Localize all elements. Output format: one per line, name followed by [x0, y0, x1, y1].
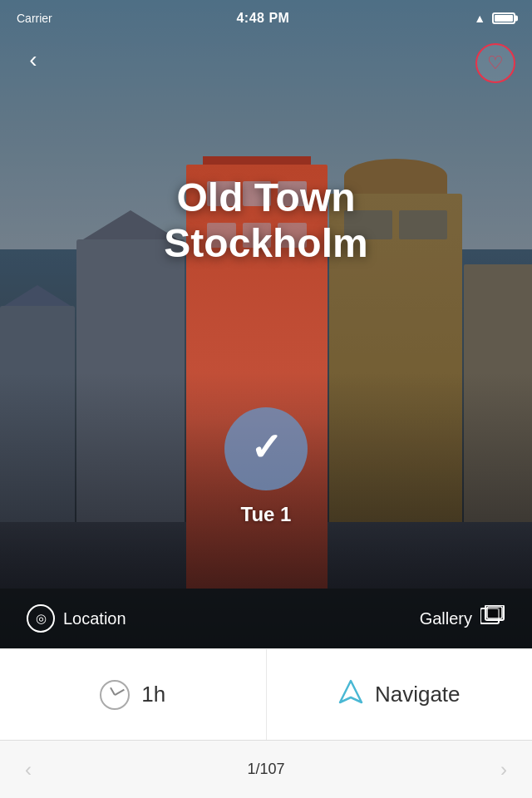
bottom-navigation: ‹ 1/107 › — [0, 740, 532, 798]
clock-icon — [100, 680, 130, 710]
battery-icon — [492, 12, 515, 24]
next-arrow-icon: › — [500, 758, 507, 781]
next-button[interactable]: › — [492, 750, 515, 790]
location-button[interactable]: ◎ Location — [27, 604, 126, 633]
action-bar: 1h Navigate — [0, 648, 532, 740]
duration-label: 1h — [141, 682, 165, 707]
prev-button[interactable]: ‹ — [17, 750, 40, 790]
navigate-arrow-icon — [338, 679, 363, 710]
check-circle-button[interactable]: ✓ — [224, 407, 308, 490]
status-bar: Carrier 4:48 PM ▲ — [0, 0, 532, 37]
gallery-icon — [480, 605, 505, 632]
duration-button[interactable]: 1h — [0, 649, 267, 740]
time-label: 4:48 PM — [236, 11, 289, 26]
navigate-button[interactable]: Navigate — [267, 649, 533, 740]
pagination-label: 1/107 — [247, 761, 284, 778]
favorite-button[interactable]: ♡ — [475, 43, 515, 83]
clock-minute-hand — [115, 688, 125, 695]
day-label: Tue 1 — [0, 503, 532, 526]
heart-icon: ♡ — [487, 54, 504, 72]
prev-arrow-icon: ‹ — [25, 758, 32, 781]
hero-bottom-bar: ◎ Location Gallery — [0, 589, 532, 648]
hero-title: Old Town Stockholm — [0, 175, 532, 266]
back-button[interactable]: ‹ — [17, 43, 50, 76]
checkmark-icon: ✓ — [250, 428, 283, 466]
svg-rect-2 — [487, 607, 502, 618]
hero-section: ‹ ♡ Old Town Stockholm ✓ Tue 1 ◎ Locatio… — [0, 0, 532, 648]
compass-icon: ◎ — [27, 604, 55, 633]
navigate-label: Navigate — [375, 682, 461, 707]
gallery-label: Gallery — [420, 609, 472, 628]
carrier-label: Carrier — [17, 12, 52, 25]
svg-marker-3 — [340, 681, 362, 702]
compass-symbol: ◎ — [36, 611, 47, 626]
location-label: Location — [63, 609, 126, 628]
title-line2: Stockholm — [0, 220, 532, 266]
back-arrow-icon: ‹ — [29, 47, 37, 73]
wifi-icon: ▲ — [474, 12, 485, 25]
title-line1: Old Town — [0, 175, 532, 220]
status-bar-right: ▲ — [474, 12, 515, 25]
gallery-button[interactable]: Gallery — [420, 605, 505, 632]
